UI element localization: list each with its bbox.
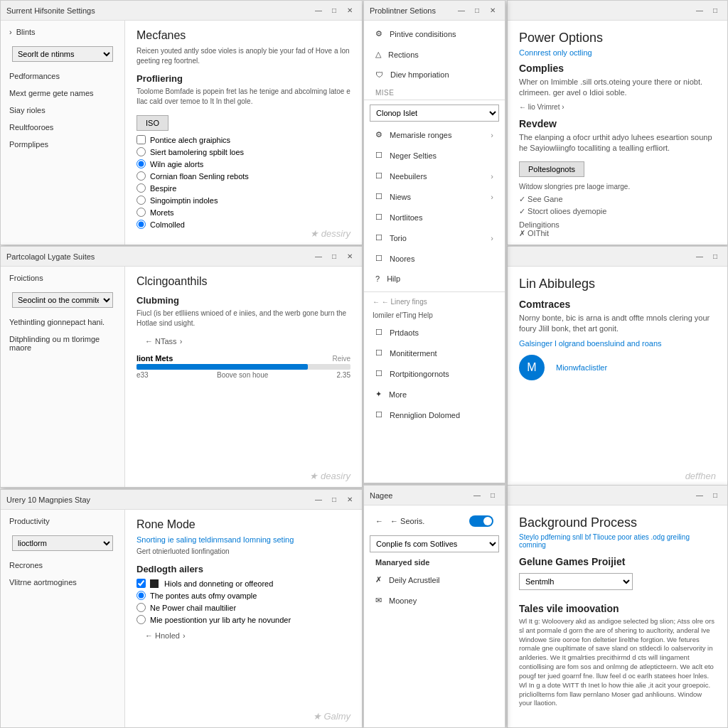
progress-labels: e33 Boove son houe 2.35 [136, 371, 350, 379]
back-icon-ml[interactable]: ← NTass [145, 337, 177, 346]
radio-sing[interactable] [136, 196, 146, 205]
sidebar-productivity[interactable]: Productivity [1, 513, 124, 530]
sidebar-item-pormp[interactable]: Pormplipes [1, 136, 124, 153]
nav-neger[interactable]: ☐ Neger Selties [364, 145, 505, 166]
sidebar-item-pedformances[interactable]: Pedformances [1, 68, 124, 85]
title-mid-left: Partcolagol Lygate Suites [6, 252, 95, 261]
nav-diev[interactable]: 🛡 Diev hmporiation [364, 65, 505, 85]
toggle-seoris[interactable] [469, 515, 493, 527]
sidebar-yeth[interactable]: Yethintling gionnepact hani. [1, 314, 124, 331]
radio-mie[interactable] [136, 615, 146, 624]
minimize-btn-br[interactable]: — [693, 490, 706, 501]
nav-memarisle[interactable]: ⚙ Memarisle ronges [364, 124, 505, 145]
sidebar-item-siay[interactable]: Siay rioles [1, 102, 124, 119]
sidebar-vlitrne[interactable]: Vlitrne aortmogines [1, 574, 124, 591]
radio-more[interactable] [136, 208, 146, 217]
close-btn-bl[interactable]: ✕ [343, 494, 356, 505]
bl-link[interactable]: Snorting ie saling teldinmsand Iomning s… [136, 535, 350, 544]
mid-right-content: Lin Abibulegs Comtraces Norny bonte, bic… [508, 267, 727, 390]
nav-noores[interactable]: ☐ Noores [364, 248, 505, 269]
content-bl: Rone Mode Snorting ie saling teldinmsand… [125, 510, 362, 727]
br-link[interactable]: Steylo pdferning snll bf Tliouce poor at… [519, 533, 716, 549]
close-btn-mid[interactable]: ✕ [486, 5, 499, 16]
nav-more[interactable]: ✦ More [364, 384, 505, 405]
power-link[interactable]: Connrest only octling [519, 48, 592, 57]
sidebar-item-blints[interactable]: › Blints [1, 23, 124, 41]
check-pontice[interactable] [136, 135, 146, 144]
radio-corn[interactable] [136, 171, 146, 181]
radio-besp[interactable] [136, 183, 146, 193]
nav-rections[interactable]: △ Rections [364, 44, 505, 65]
nav-rort[interactable]: ☐ Rortpitiongornots [364, 363, 505, 384]
fwd-icon-bl: › [183, 631, 186, 640]
polteslognots-btn[interactable]: Polteslognots [519, 161, 584, 177]
bm-mooney[interactable]: ✉ Mooney [364, 590, 505, 611]
sidebar-item-mext[interactable]: Mext germe gete names [1, 85, 124, 102]
window-controls-bl: — □ ✕ [312, 494, 356, 505]
maximize-btn-br[interactable]: □ [709, 490, 722, 501]
minimize-btn[interactable]: — [312, 5, 325, 16]
nav-back-linery[interactable]: ← ← Linery fings [364, 295, 505, 309]
radio-siert[interactable] [136, 147, 146, 156]
minimize-btn-mid[interactable]: — [455, 5, 468, 16]
iso-button[interactable]: ISO [136, 115, 168, 131]
rections-icon: △ [375, 50, 381, 59]
sidebar-ditp[interactable]: Ditphlinding ou m tlorimge maore [1, 331, 124, 356]
search-dropdown-ml[interactable]: Seoclint oo the commitetal [12, 292, 113, 308]
radio-ne-power[interactable] [136, 603, 146, 612]
maximize-btn-ml[interactable]: □ [328, 251, 341, 262]
power-item-1: ✓ See Gane [519, 193, 716, 205]
search-dropdown[interactable]: Seorlt de ntinms [12, 46, 113, 62]
sidebar-recrones[interactable]: Recrones [1, 557, 124, 574]
manufacturer-link[interactable]: Mionwfaclistler [556, 363, 607, 372]
radio-wiln[interactable] [136, 159, 146, 168]
radio-pontes[interactable] [136, 591, 146, 600]
nav-renni[interactable]: ☐ Renniglion Dolomed [364, 405, 505, 425]
maximize-btn[interactable]: □ [328, 5, 341, 16]
gelune-dropdown[interactable]: Sentmlh [519, 573, 633, 590]
window-controls-mid-left: — □ ✕ [312, 251, 356, 262]
nav-pintive[interactable]: ⚙ Pintive condisitions [364, 23, 505, 44]
bm-dropdown[interactable]: Conplie fs com Sotlives [370, 535, 499, 552]
back-icon-bl[interactable]: ← Hnoled [145, 631, 180, 640]
minimize-btn-bl[interactable]: — [312, 494, 325, 505]
radio-colm[interactable] [136, 220, 146, 229]
close-btn[interactable]: ✕ [343, 5, 356, 16]
content-ml: Clcingoanthils Clubming Fiucl (is ber et… [125, 267, 362, 487]
maximize-btn-bl[interactable]: □ [328, 494, 341, 505]
titlebar-top-left: Surrent Hifsonite Settings — □ ✕ [1, 1, 362, 21]
window-bottom-mid: Nagee — □ ← ← Seoris. Conplie fs com Sot… [363, 485, 505, 728]
comtraces-link[interactable]: Galsinger l olgrand boensluind and roans [519, 339, 716, 348]
window-settings-top-left: Surrent Hifsonite Settings — □ ✕ › Blint… [0, 0, 363, 245]
sidebar-item-reult[interactable]: Reultfooroes [1, 119, 124, 136]
maximize-btn-mid[interactable]: □ [471, 5, 483, 16]
minimize-btn-bm[interactable]: — [471, 490, 483, 501]
minimize-btn-mr[interactable]: — [693, 251, 706, 262]
maximize-btn-mr[interactable]: □ [709, 251, 722, 262]
bm-back[interactable]: ← ← Seoris. [364, 510, 505, 532]
complies-breadcrumb: ← lio Vrimret › [519, 103, 716, 111]
nav-prtdaots[interactable]: ☐ Prtdaots [364, 322, 505, 343]
nav-nortl[interactable]: ☐ Nortlitoes [364, 207, 505, 228]
profiling-desc: Toolome Bomfade is popein fret las he te… [136, 87, 350, 107]
nav-niews[interactable]: ☐ Niews [364, 186, 505, 207]
sidebar-froictions[interactable]: Froictions [1, 269, 124, 287]
progress-end: 2.35 [337, 371, 350, 379]
minimize-btn-ml[interactable]: — [312, 251, 325, 262]
nav-neebu[interactable]: ☐ Neebuilers [364, 166, 505, 186]
search-dropdown-bl[interactable]: lioctlorm [12, 535, 113, 551]
nav-hilp[interactable]: ? Hilp [364, 269, 505, 289]
nav-dropdown[interactable]: Clonop Islet [370, 105, 499, 122]
maximize-btn-bm[interactable]: □ [486, 490, 499, 501]
minimize-btn-power[interactable]: — [693, 5, 706, 16]
check-hiols[interactable] [136, 579, 146, 588]
nav-monit[interactable]: ☐ Monititerment [364, 343, 505, 363]
bm-deily[interactable]: ✗ Deily Acrustleil [364, 569, 505, 590]
maximize-btn-power[interactable]: □ [709, 5, 722, 16]
ml-heading: Clcingoanthils [136, 275, 350, 288]
nav-torio[interactable]: ☐ Torio [364, 228, 505, 248]
complies-title: Complies [519, 63, 716, 74]
close-btn-ml[interactable]: ✕ [343, 251, 356, 262]
nav-panel-body: ⚙ Pintive condisitions △ Rections 🛡 Diev… [364, 21, 505, 483]
deily-icon: ✗ [375, 575, 382, 584]
